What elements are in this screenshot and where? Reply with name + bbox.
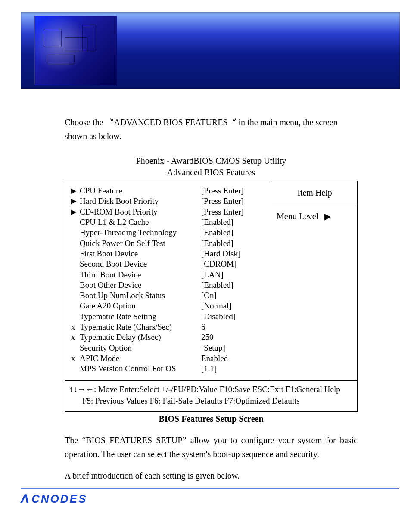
bios-item-value[interactable]: [CDROM] xyxy=(201,259,270,269)
bios-item-row[interactable]: Typematic Rate Setting xyxy=(71,311,196,322)
figure-caption: BIOS Features Setup Screen xyxy=(65,412,358,426)
bios-item-label: Third Boot Device xyxy=(80,270,141,280)
help-menu-level-label: Menu Level xyxy=(277,209,318,223)
brand-text: CNODES xyxy=(31,492,87,506)
brand-lambda-icon: Λ xyxy=(20,492,32,506)
bios-title-line-1: Phoenix - AwardBIOS CMOS Setup Utility xyxy=(65,155,358,167)
bios-item-value[interactable]: [Hard Disk] xyxy=(201,249,270,259)
bios-item-value[interactable]: [Disabled] xyxy=(201,311,270,322)
submenu-arrow-icon: ▶ xyxy=(71,187,77,195)
bios-item-label: Typematic Rate Setting xyxy=(80,311,156,322)
bios-item-label: CD-ROM Boot Priority xyxy=(80,207,158,217)
bios-legend: ↑↓→←: Move Enter:Select +/-/PU/PD:Value … xyxy=(65,380,357,411)
bios-item-row[interactable]: Boot Up NumLock Status xyxy=(71,290,196,301)
bios-item-row[interactable]: Quick Power On Self Test xyxy=(71,238,196,249)
bios-item-row[interactable]: First Boot Device xyxy=(71,249,196,259)
intro-paragraph: Choose the 〝ADVANCED BIOS FEATURES〞 in t… xyxy=(65,115,358,143)
bios-item-row[interactable]: CPU L1 & L2 Cache xyxy=(71,217,196,227)
bios-item-label: Hyper-Threading Technology xyxy=(80,227,177,238)
header-banner xyxy=(21,12,400,89)
bios-item-row[interactable]: Hyper-Threading Technology xyxy=(71,227,196,238)
disabled-x-icon: x xyxy=(71,353,77,364)
indent-spacer xyxy=(71,259,77,269)
bios-item-labels: ▶CPU Feature▶Hard Disk Boot Priority▶CD-… xyxy=(65,181,199,380)
bios-item-value[interactable]: [Enabled] xyxy=(201,217,270,227)
disabled-x-icon: x xyxy=(71,322,77,332)
indent-spacer xyxy=(71,270,77,280)
bios-item-value[interactable]: [Normal] xyxy=(201,301,270,311)
indent-spacer xyxy=(71,280,77,290)
bios-item-label: MPS Version Control For OS xyxy=(80,364,176,374)
bios-item-row[interactable]: xTypematic Delay (Msec) xyxy=(71,332,196,342)
bios-item-label: Typematic Rate (Chars/Sec) xyxy=(80,322,172,332)
bios-item-row[interactable]: ▶CD-ROM Boot Priority xyxy=(71,207,196,217)
bios-item-row[interactable]: ▶Hard Disk Boot Priority xyxy=(71,196,196,206)
bios-item-values: [Press Enter][Press Enter][Press Enter][… xyxy=(199,181,272,380)
bios-item-value[interactable]: [1.1] xyxy=(201,364,270,374)
indent-spacer xyxy=(71,227,77,238)
bios-item-label: First Boot Device xyxy=(80,249,138,259)
disabled-x-icon: x xyxy=(71,332,77,342)
bios-item-value[interactable]: [Press Enter] xyxy=(201,186,270,196)
bios-item-row[interactable]: Boot Other Device xyxy=(71,280,196,290)
bios-item-row[interactable]: xTypematic Rate (Chars/Sec) xyxy=(71,322,196,332)
circuit-board-graphic xyxy=(34,16,117,85)
bios-item-label: Second Boot Device xyxy=(80,259,147,269)
paragraph-3: A brief introduction of each setting is … xyxy=(65,469,358,482)
bios-item-label: Security Option xyxy=(80,343,132,353)
bios-item-label: Quick Power On Self Test xyxy=(80,238,165,249)
bios-item-row[interactable]: Security Option xyxy=(71,343,196,353)
bios-item-row[interactable]: Third Boot Device xyxy=(71,270,196,280)
submenu-arrow-icon: ▶ xyxy=(71,208,77,216)
bios-item-row[interactable]: Gate A20 Option xyxy=(71,301,196,311)
bios-item-value[interactable]: [Press Enter] xyxy=(201,207,270,217)
document-body: Choose the 〝ADVANCED BIOS FEATURES〞 in t… xyxy=(65,115,358,490)
bios-item-value[interactable]: [LAN] xyxy=(201,270,270,280)
bios-item-row[interactable]: Second Boot Device xyxy=(71,259,196,269)
indent-spacer xyxy=(71,238,77,249)
indent-spacer xyxy=(71,343,77,353)
bios-item-label: Hard Disk Boot Priority xyxy=(80,196,159,206)
page-footer: Λ CNODES xyxy=(21,488,399,506)
bios-item-label: Boot Other Device xyxy=(80,280,142,290)
bios-item-label: CPU L1 & L2 Cache xyxy=(80,217,149,227)
bios-item-value[interactable]: [Enabled] xyxy=(201,227,270,238)
bios-item-label: APIC Mode xyxy=(80,353,119,364)
legend-line-2: F5: Previous Values F6: Fail-Safe Defaul… xyxy=(69,395,353,407)
bios-screen: ▶CPU Feature▶Hard Disk Boot Priority▶CD-… xyxy=(65,181,358,412)
bios-item-value[interactable]: [Enabled] xyxy=(201,280,270,290)
brand-logo: Λ CNODES xyxy=(21,492,399,506)
indent-spacer xyxy=(71,301,77,311)
legend-line-1: ↑↓→←: Move Enter:Select +/-/PU/PD:Value … xyxy=(69,383,353,395)
paragraph-2: The “BIOS FEATURES SETUP” allow you to c… xyxy=(65,433,358,461)
bios-screen-title: Phoenix - AwardBIOS CMOS Setup Utility A… xyxy=(65,155,358,178)
bios-item-value[interactable]: [Press Enter] xyxy=(201,196,270,206)
bios-title-line-2: Advanced BIOS Features xyxy=(65,167,358,178)
indent-spacer xyxy=(71,249,77,259)
bios-item-value[interactable]: [Enabled] xyxy=(201,238,270,249)
bios-item-value[interactable]: [On] xyxy=(201,290,270,301)
bios-item-label: Typematic Delay (Msec) xyxy=(80,332,161,342)
chevron-right-icon: ▶ xyxy=(324,209,331,223)
bios-item-value[interactable]: 6 xyxy=(201,322,270,332)
bios-item-row[interactable]: MPS Version Control For OS xyxy=(71,364,196,374)
help-title: Item Help xyxy=(272,181,357,204)
indent-spacer xyxy=(71,311,77,322)
bios-help-panel: Item Help Menu Level ▶ xyxy=(272,181,357,380)
indent-spacer xyxy=(71,290,77,301)
bios-item-row[interactable]: xAPIC Mode xyxy=(71,353,196,364)
bios-item-label: Boot Up NumLock Status xyxy=(80,290,165,301)
bios-item-label: Gate A20 Option xyxy=(80,301,136,311)
bios-item-label: CPU Feature xyxy=(80,186,122,196)
bios-item-value[interactable]: 250 xyxy=(201,332,270,342)
indent-spacer xyxy=(71,217,77,227)
bios-item-row[interactable]: ▶CPU Feature xyxy=(71,186,196,196)
bios-item-value[interactable]: Enabled xyxy=(201,353,270,364)
submenu-arrow-icon: ▶ xyxy=(71,197,77,205)
indent-spacer xyxy=(71,364,77,374)
bios-item-value[interactable]: [Setup] xyxy=(201,343,270,353)
